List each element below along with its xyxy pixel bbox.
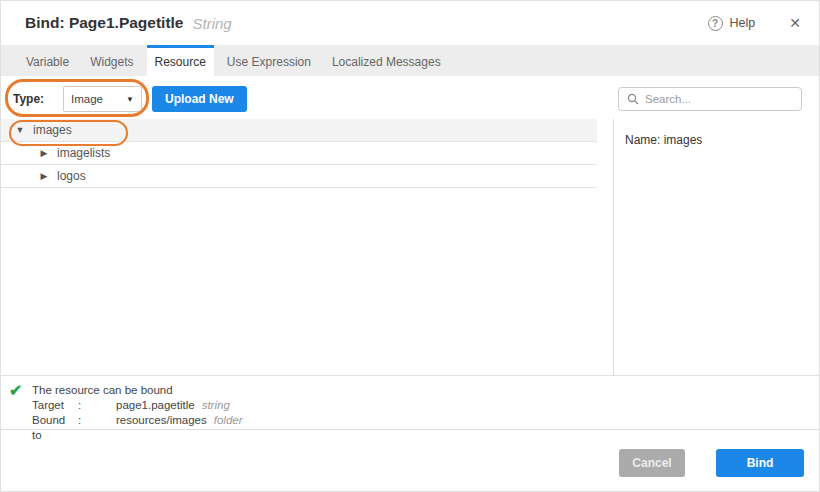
tree-row-imagelists[interactable]: ▶ imagelists [1, 142, 597, 165]
caret-down-icon[interactable]: ▼ [15, 125, 25, 135]
type-dropdown-value: Image [71, 93, 103, 105]
dialog-title: Bind: Page1.Pagetitle [25, 14, 183, 32]
tab-resource[interactable]: Resource [147, 45, 214, 76]
check-icon: ✔ [9, 381, 22, 400]
search-box[interactable] [618, 87, 802, 111]
close-icon[interactable]: ✕ [789, 15, 801, 31]
search-icon [627, 93, 639, 105]
tab-bar: Variable Widgets Resource Use Expression… [1, 45, 819, 76]
tree-label: imagelists [57, 146, 110, 160]
tree-label: images [33, 123, 72, 137]
bind-button[interactable]: Bind [716, 449, 804, 477]
detail-panel: Name: images [613, 119, 820, 375]
caret-right-icon[interactable]: ▶ [39, 171, 49, 181]
status-area: ✔ The resource can be bound Target : pag… [1, 375, 820, 429]
dropdown-caret-icon: ▼ [126, 95, 134, 104]
status-row-bound-to: Bound to : resources/images folder [32, 413, 820, 443]
tab-use-expression[interactable]: Use Expression [219, 45, 319, 76]
tree-row-images[interactable]: ▼ images [1, 119, 597, 142]
resource-tree: ▼ images ▶ imagelists ▶ logos [1, 119, 597, 188]
bind-dialog: Bind: Page1.Pagetitle String ? Help ✕ Va… [0, 0, 820, 492]
status-row-target: Target : page1.pagetitle string [32, 398, 820, 413]
tab-variable[interactable]: Variable [18, 45, 77, 76]
cancel-button[interactable]: Cancel [619, 449, 685, 477]
resource-name-label: Name: images [625, 133, 702, 147]
type-label: Type: [13, 92, 44, 106]
type-dropdown[interactable]: Image ▼ [63, 86, 142, 112]
dialog-title-type: String [192, 15, 231, 32]
help-icon: ? [708, 16, 723, 31]
help-button[interactable]: ? Help [708, 16, 756, 31]
title-bar: Bind: Page1.Pagetitle String ? Help ✕ [1, 1, 819, 45]
status-message: The resource can be bound [32, 383, 820, 398]
tree-row-logos[interactable]: ▶ logos [1, 165, 597, 188]
tree-label: logos [57, 169, 86, 183]
upload-new-button[interactable]: Upload New [152, 86, 247, 112]
footer-divider [1, 429, 820, 430]
search-input[interactable] [645, 93, 793, 105]
tab-widgets[interactable]: Widgets [82, 45, 141, 76]
tab-localized-messages[interactable]: Localized Messages [324, 45, 449, 76]
help-label: Help [730, 16, 756, 30]
caret-right-icon[interactable]: ▶ [39, 148, 49, 158]
